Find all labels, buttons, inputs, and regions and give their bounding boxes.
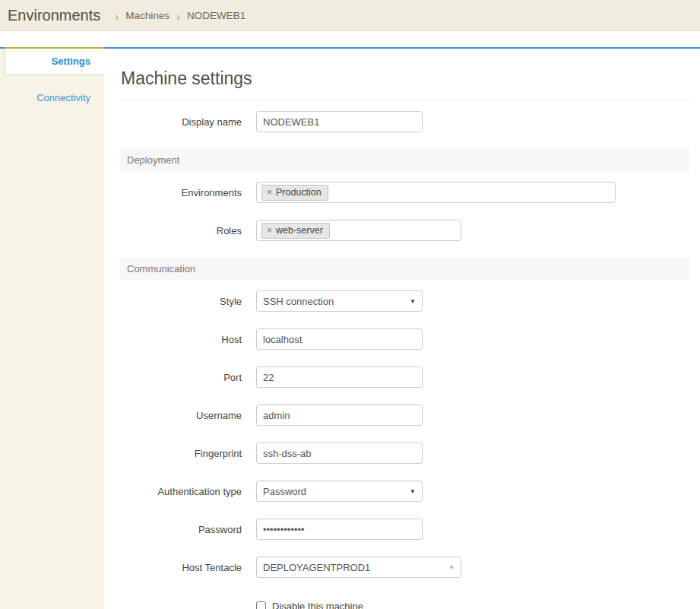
form-row-password: Password	[119, 519, 690, 540]
sidebar: Settings Connectivity	[0, 49, 104, 609]
chevron-down-icon: ▼	[410, 488, 416, 495]
roles-label: Roles	[119, 225, 256, 236]
form-row-disable-machine: Disable this machine	[256, 601, 690, 609]
display-name-label: Display name	[119, 116, 256, 128]
auth-type-label: Authentication type	[119, 486, 256, 497]
password-input[interactable]	[256, 519, 423, 540]
port-input[interactable]	[256, 366, 423, 388]
environments-tag-input[interactable]: × Production	[256, 182, 616, 203]
role-chip: × web-server	[261, 223, 330, 239]
host-tentacle-label: Host Tentacle	[119, 562, 256, 573]
section-header-deployment: Deployment	[119, 149, 690, 171]
environment-chip-label: Production	[276, 187, 321, 198]
breadcrumb-nodeweb1[interactable]: NODEWEB1	[187, 10, 245, 21]
environment-chip: × Production	[261, 185, 328, 201]
host-tentacle-select[interactable]: DEPLOYAGENTPROD1 ▼	[256, 557, 461, 578]
host-input[interactable]	[256, 328, 423, 350]
main-content: Machine settings Display name Deployment…	[104, 49, 700, 609]
form-row-fingerprint: Fingerprint	[119, 442, 690, 464]
host-tentacle-select-value: DEPLOYAGENTPROD1	[263, 562, 370, 573]
page-body: Settings Connectivity Machine settings D…	[0, 47, 700, 609]
top-gap	[0, 31, 700, 47]
remove-chip-icon[interactable]: ×	[267, 188, 272, 197]
username-input[interactable]	[256, 404, 423, 426]
username-label: Username	[119, 410, 256, 421]
style-select-value: SSH connection	[263, 296, 334, 307]
password-label: Password	[119, 524, 256, 535]
chevron-down-icon: ▼	[448, 564, 455, 571]
form-row-style: Style SSH connection ▼	[119, 290, 690, 312]
form-row-environments: Environments × Production	[119, 182, 690, 203]
machine-settings-form: Display name Deployment Environments × P…	[119, 100, 690, 609]
host-label: Host	[119, 334, 256, 345]
breadcrumb: Environments › Machines › NODEWEB1	[0, 0, 700, 31]
tab-settings-label: Settings	[52, 56, 90, 67]
breadcrumb-separator-icon: ›	[115, 10, 119, 23]
chevron-down-icon: ▼	[410, 298, 416, 305]
form-row-roles: Roles × web-server	[119, 220, 690, 241]
breadcrumb-environments[interactable]: Environments	[8, 7, 100, 24]
role-chip-label: web-server	[276, 225, 323, 236]
style-label: Style	[119, 296, 256, 307]
tab-connectivity[interactable]: Connectivity	[0, 89, 104, 106]
fingerprint-label: Fingerprint	[119, 448, 256, 459]
disable-machine-label[interactable]: Disable this machine	[272, 601, 363, 609]
disable-machine-checkbox[interactable]	[256, 601, 266, 609]
form-row-display-name: Display name	[119, 111, 690, 132]
page-title: Machine settings	[119, 64, 690, 100]
roles-tag-input[interactable]: × web-server	[256, 220, 461, 241]
form-row-username: Username	[119, 404, 690, 426]
auth-type-select-value: Password	[263, 486, 306, 497]
form-row-host-tentacle: Host Tentacle DEPLOYAGENTPROD1 ▼	[119, 557, 690, 578]
breadcrumb-machines[interactable]: Machines	[125, 10, 169, 21]
display-name-input[interactable]	[256, 111, 423, 132]
breadcrumb-separator-icon: ›	[176, 10, 180, 23]
style-select[interactable]: SSH connection ▼	[256, 290, 423, 312]
tab-settings[interactable]: Settings	[5, 47, 104, 75]
form-row-port: Port	[119, 366, 690, 388]
form-row-auth-type: Authentication type Password ▼	[119, 481, 690, 502]
tab-connectivity-label: Connectivity	[36, 92, 90, 103]
remove-chip-icon[interactable]: ×	[267, 226, 272, 235]
environments-label: Environments	[119, 187, 256, 198]
fingerprint-input[interactable]	[256, 442, 423, 464]
section-header-communication: Communication	[119, 258, 690, 280]
port-label: Port	[119, 372, 256, 383]
auth-type-select[interactable]: Password ▼	[256, 481, 423, 502]
form-row-host: Host	[119, 328, 690, 350]
